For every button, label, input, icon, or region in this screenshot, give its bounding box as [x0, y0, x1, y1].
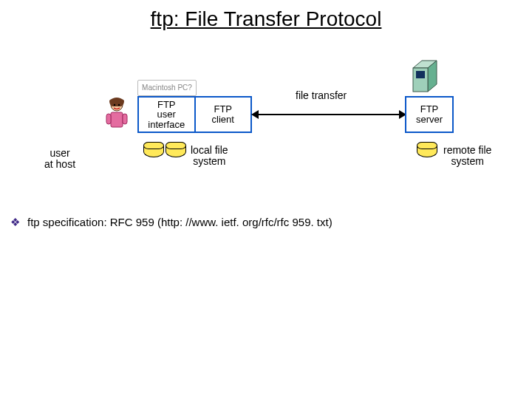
svg-rect-7: [416, 71, 425, 78]
local-db-icon-right: [166, 142, 186, 158]
svg-point-1: [114, 104, 115, 106]
svg-rect-5: [123, 114, 127, 124]
page-title: ftp: File Transfer Protocol: [0, 7, 532, 31]
label-file-transfer: file transfer: [296, 90, 347, 101]
ftp-diagram: user at host Macintosh PC? FTP user inte…: [0, 44, 532, 207]
ftp-client-cell: FTP client: [194, 98, 251, 132]
label-remote-fs: remote file system: [443, 145, 491, 168]
server-tower-icon: [410, 59, 440, 95]
label-local-fs: local file system: [191, 145, 228, 168]
bullet-rfc-spec: ftp specification: RFC 959 (http: //www.…: [10, 216, 332, 229]
svg-rect-4: [106, 114, 111, 124]
label-user-at-host: user at host: [44, 148, 75, 171]
ftp-user-interface-cell: FTP user interface: [139, 98, 194, 132]
file-transfer-arrow: [253, 114, 405, 115]
local-db-icon-left: [143, 142, 164, 158]
client-box: FTP user interface FTP client: [137, 96, 252, 133]
svg-point-2: [118, 104, 120, 106]
user-person-icon: [102, 98, 132, 132]
svg-rect-3: [111, 112, 123, 127]
host-computer-icon-label: Macintosh PC?: [137, 80, 197, 96]
remote-db-icon: [417, 142, 437, 158]
ftp-server-box: FTP server: [405, 96, 454, 133]
